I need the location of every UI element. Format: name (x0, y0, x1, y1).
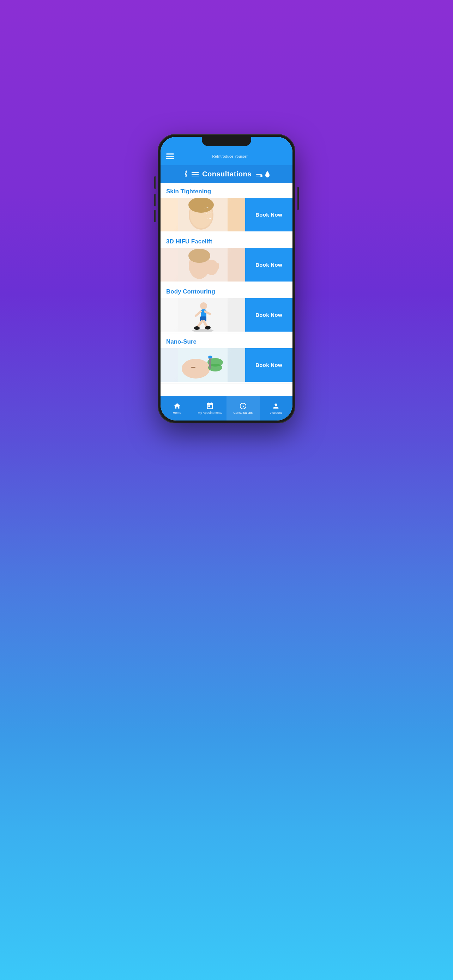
service-hifu-image (161, 248, 245, 282)
hamburger-line-3 (166, 158, 174, 159)
body-contouring-book-btn[interactable]: Book Now (245, 298, 292, 332)
nav-account-label: Account (270, 411, 282, 415)
svg-rect-18 (213, 261, 216, 269)
service-skin-tightening-image (161, 198, 245, 231)
hamburger-line-1 (166, 153, 174, 154)
service-hifu: 3D HIFU Facelift (161, 233, 292, 283)
service-body-contouring-title: Body Contouring (161, 283, 292, 298)
skin-tightening-art (161, 198, 245, 231)
service-body-contouring: Body Contouring (161, 283, 292, 333)
body-illustration (178, 298, 227, 332)
svg-point-15 (188, 249, 210, 263)
service-skin-tightening-title: Skin Tightening (161, 183, 292, 198)
service-nano-sure-title: Nano-Sure (161, 333, 292, 348)
skin-tightening-book-btn[interactable]: Book Now (245, 198, 292, 231)
hifu-book-btn[interactable]: Book Now (245, 248, 292, 282)
nano-illustration (178, 348, 227, 382)
service-body-contouring-card: Book Now (161, 298, 292, 332)
droplet-icon (265, 171, 270, 178)
lines-icon (192, 172, 199, 177)
service-hifu-card: Book Now (161, 248, 292, 282)
nav-item-account[interactable]: Account (260, 396, 293, 420)
bottom-navigation: Home My Appointments Consultations (161, 396, 292, 420)
nav-item-consultations[interactable]: Consultations (227, 396, 260, 420)
phone-device: ReIntroduce Yourself Consultations (158, 134, 295, 423)
phone-screen: ReIntroduce Yourself Consultations (161, 137, 292, 420)
svg-point-38 (208, 356, 212, 358)
thermometer-icon (255, 171, 263, 177)
svg-point-5 (261, 175, 262, 177)
service-nano-sure-image (161, 348, 245, 382)
header-tagline: ReIntroduce Yourself (174, 154, 287, 158)
service-nano-sure-card: Book Now (161, 348, 292, 382)
banner-right-icons (255, 171, 270, 178)
phone-wrapper: ReIntroduce Yourself Consultations (158, 134, 295, 423)
banner-left-icons (183, 170, 199, 178)
nav-appointments-label: My Appointments (198, 411, 222, 415)
nav-item-home[interactable]: Home (161, 396, 194, 420)
steam-icon (183, 170, 189, 178)
phone-notch (202, 137, 251, 146)
nano-art (161, 348, 245, 382)
service-body-contouring-image (161, 298, 245, 332)
service-hifu-title: 3D HIFU Facelift (161, 233, 292, 248)
service-skin-tightening-card: Book Now (161, 198, 292, 231)
svg-rect-19 (216, 263, 219, 269)
service-skin-tightening: Skin Tightening (161, 183, 292, 233)
svg-point-9 (188, 198, 214, 213)
svg-point-21 (200, 302, 207, 309)
hifu-art (161, 248, 245, 282)
calendar-icon (206, 402, 214, 410)
app-content: Skin Tightening (161, 183, 292, 396)
hamburger-menu[interactable] (166, 153, 174, 159)
hifu-illustration (178, 248, 227, 282)
service-nano-sure: Nano-Sure (161, 333, 292, 383)
svg-rect-36 (209, 358, 211, 369)
home-icon (173, 402, 181, 410)
consultations-banner: Consultations (161, 165, 292, 183)
consultations-title: Consultations (202, 170, 251, 178)
skin-tightening-illustration (178, 198, 227, 231)
nano-sure-book-btn[interactable]: Book Now (245, 348, 292, 382)
nav-consultations-label: Consultations (233, 411, 253, 415)
nav-home-label: Home (173, 411, 181, 415)
svg-point-32 (182, 359, 210, 379)
body-art (161, 298, 245, 332)
hamburger-line-2 (166, 156, 174, 157)
clock-icon (239, 402, 247, 410)
svg-rect-17 (209, 260, 212, 269)
person-icon (272, 402, 280, 410)
nav-item-appointments[interactable]: My Appointments (194, 396, 227, 420)
